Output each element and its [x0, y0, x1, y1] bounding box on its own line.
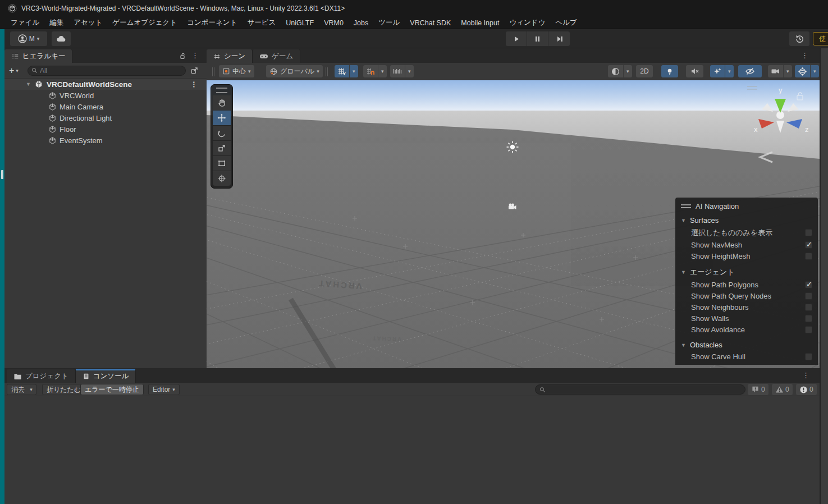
hierarchy-item-floor[interactable]: Floor [4, 123, 207, 135]
ai-navigation-header[interactable]: AI Navigation [675, 201, 818, 214]
overlay-drag-handle-icon [681, 204, 691, 208]
hierarchy-item-main-camera[interactable]: Main Camera [4, 101, 207, 112]
section-obstacles[interactable]: ▼ Obstacles [675, 338, 818, 351]
hierarchy-scene-row[interactable]: ▼ VRCDefaultWorldScene ⋮ [4, 79, 207, 90]
menu-vrchat-sdk[interactable]: VRChat SDK [405, 18, 456, 28]
menu-window[interactable]: ウィンドウ [504, 17, 550, 29]
hierarchy-menu-kebab[interactable]: ⋮ [189, 51, 201, 59]
tab-hierarchy[interactable]: ヒエラルキー [4, 49, 72, 63]
section-agents[interactable]: ▼ エージェント [675, 265, 818, 279]
scene-lighting-toggle[interactable] [661, 65, 678, 77]
snap-increment-button[interactable] [390, 65, 405, 77]
directional-light-gizmo[interactable] [507, 141, 519, 153]
menu-services[interactable]: サービス [242, 17, 281, 29]
view-hand-tool[interactable] [213, 95, 231, 110]
tools-overlay-handle[interactable] [216, 88, 227, 93]
menu-help[interactable]: ヘルプ [550, 17, 582, 29]
console-search-field[interactable] [535, 384, 745, 395]
undo-history-button[interactable] [789, 31, 809, 46]
grid-visibility-toggle[interactable]: Y [335, 65, 350, 77]
draw-mode-button[interactable] [608, 65, 624, 77]
scene-row-kebab[interactable]: ⋮ [188, 80, 200, 89]
menu-unigltf[interactable]: UniGLTF [281, 18, 319, 28]
rect-tool[interactable] [213, 156, 231, 171]
scene-picker-icon[interactable] [190, 66, 199, 75]
tab-console[interactable]: コンソール [76, 369, 136, 383]
grid-snap-chevron[interactable]: ▾ [378, 65, 387, 77]
hierarchy-search-field[interactable] [28, 66, 186, 76]
checkbox[interactable] [805, 292, 812, 300]
effects-toggle[interactable] [710, 65, 725, 77]
menu-vrm0[interactable]: VRM0 [319, 18, 349, 28]
effects-chevron[interactable]: ▾ [725, 65, 734, 77]
add-object-button[interactable]: + [9, 66, 14, 76]
scene-view-kebab[interactable]: ⋮ [799, 51, 811, 59]
console-collapse-button[interactable]: 折りたたむ [42, 384, 85, 395]
hierarchy-item-directional-light[interactable]: Directional Light [4, 112, 207, 123]
expander-icon[interactable]: ▼ [26, 81, 31, 87]
transform-tool[interactable] [213, 171, 231, 186]
snap-increment-chevron[interactable]: ▾ [405, 65, 414, 77]
console-log-area[interactable] [4, 396, 820, 504]
checkbox[interactable] [805, 253, 812, 260]
move-tool[interactable] [213, 111, 231, 125]
tab-game[interactable]: ゲーム [253, 49, 300, 63]
vrchat-sdk-gold-button[interactable]: 使 [813, 32, 828, 45]
scene-viewport[interactable]: VRCHAT VRCHAT [207, 80, 820, 368]
grid-visibility-chevron[interactable]: ▾ [350, 65, 358, 77]
cloud-button[interactable] [52, 31, 71, 46]
console-editor-dropdown[interactable]: Editor ▾ [148, 384, 180, 395]
checkbox[interactable] [805, 326, 812, 333]
section-surfaces[interactable]: ▼ Surfaces [675, 214, 818, 226]
play-button[interactable] [506, 31, 527, 46]
hierarchy-item-vrcworld[interactable]: VRCWorld [4, 90, 207, 101]
tab-project[interactable]: プロジェクト [7, 369, 76, 383]
scale-tool[interactable] [213, 141, 231, 155]
scene-audio-toggle[interactable] [686, 65, 703, 77]
menu-assets[interactable]: アセット [68, 17, 107, 29]
step-button[interactable] [548, 31, 570, 46]
account-button[interactable]: M ▾ [10, 31, 47, 46]
pivot-mode-dropdown[interactable]: 中心 ▾ [219, 65, 254, 77]
console-panel-kebab[interactable]: ⋮ [800, 371, 812, 379]
draw-mode-chevron[interactable]: ▾ [624, 65, 632, 77]
checkbox[interactable] [805, 353, 812, 360]
console-clear-button[interactable]: 消去 [7, 384, 29, 395]
toolbar-drag-handle[interactable] [212, 67, 214, 76]
scene-visibility-toggle[interactable] [738, 65, 762, 77]
grid-snap-toggle[interactable] [363, 65, 378, 77]
toolbar-drag-handle[interactable] [326, 67, 328, 76]
pause-button[interactable] [527, 31, 548, 46]
console-search-input[interactable] [546, 386, 745, 393]
add-object-chevron-icon[interactable]: ▾ [16, 68, 19, 74]
checkbox[interactable] [805, 241, 812, 249]
menu-mobile-input[interactable]: Mobile Input [456, 18, 504, 28]
hierarchy-search-input[interactable] [38, 67, 185, 75]
console-error-pause-button[interactable]: エラーで一時停止 [80, 384, 144, 395]
console-error-count-button[interactable]: 0 [796, 384, 817, 395]
menu-component[interactable]: コンポーネント [182, 17, 242, 29]
orientation-dropdown[interactable]: グローバル ▾ [266, 65, 323, 77]
scene-camera-button[interactable] [768, 65, 784, 77]
menu-gameobject[interactable]: ゲームオブジェクト [107, 17, 182, 29]
row-show-carve-hull: Show Carve Hull [675, 351, 818, 362]
hierarchy-item-eventsystem[interactable]: EventSystem [4, 135, 207, 146]
lock-open-icon[interactable] [179, 52, 186, 60]
console-warning-count-button[interactable]: 0 [772, 384, 793, 395]
rotate-tool[interactable] [213, 126, 231, 140]
console-info-count-button[interactable]: 0 [748, 384, 768, 395]
gizmos-toggle[interactable] [795, 65, 811, 77]
tab-scene[interactable]: シーン [207, 49, 253, 63]
menu-tools[interactable]: ツール [373, 17, 405, 29]
checkbox[interactable] [805, 315, 812, 322]
checkbox[interactable] [805, 281, 812, 288]
checkbox[interactable] [805, 229, 812, 236]
mode-2d-toggle[interactable]: 2D [636, 65, 653, 77]
gizmos-chevron[interactable]: ▾ [811, 65, 819, 77]
scene-camera-chevron[interactable]: ▾ [784, 65, 792, 77]
menu-edit[interactable]: 編集 [44, 17, 68, 29]
menu-file[interactable]: ファイル [6, 17, 44, 29]
console-clear-chevron[interactable]: ▾ [26, 384, 36, 395]
checkbox[interactable] [805, 304, 812, 311]
menu-jobs[interactable]: Jobs [349, 18, 373, 28]
